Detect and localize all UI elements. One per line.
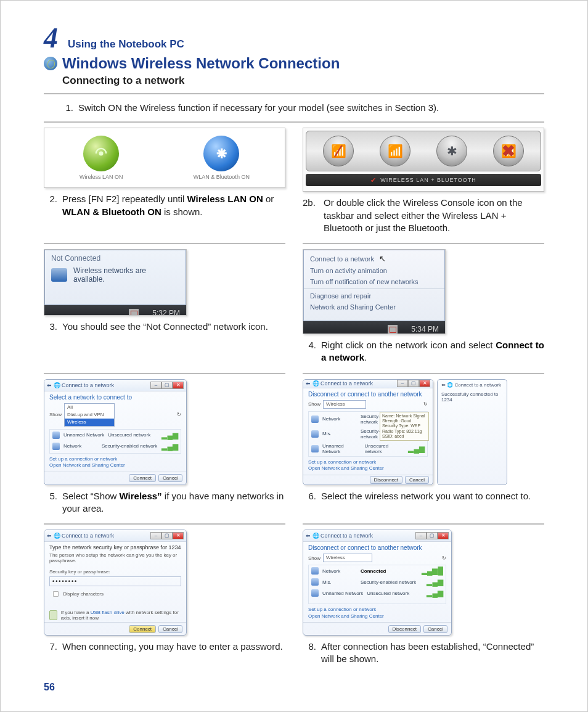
signal-icon: ▂▄▆ bbox=[408, 446, 425, 452]
wc-bluetooth-icon: ✱ bbox=[436, 136, 467, 166]
network-tooltip: Name: Network Signal Strength: Good Secu… bbox=[380, 412, 429, 441]
heading-row: Windows Wireless Network Connection bbox=[44, 55, 544, 72]
menu-animation[interactable]: Turn on activity animation bbox=[304, 265, 444, 276]
close-icon: ✕ bbox=[173, 382, 184, 389]
disconnect-button[interactable]: Disconnect bbox=[370, 476, 403, 484]
taskbar: 5:34 PM bbox=[303, 321, 445, 334]
network-item[interactable]: NetworkSecurity-enabled network▂▄▆ bbox=[50, 441, 181, 452]
refresh-icon[interactable]: ↻ bbox=[177, 412, 181, 417]
show-dropdown[interactable]: Wireless bbox=[323, 400, 366, 409]
cursor-icon: ↖ bbox=[379, 254, 386, 263]
step-1: 1. Switch ON the Wireless function if ne… bbox=[44, 93, 544, 123]
network-item[interactable]: Unnamed NetworkUnsecured network▂▄▆ bbox=[50, 430, 181, 441]
step-2b: 2b. Or double click the Wireless Console… bbox=[303, 197, 544, 234]
menu-notif[interactable]: Turn off notification of new networks bbox=[304, 276, 444, 287]
cell-step2: Wireless LAN ON ⁕ WLAN & Bluetooth ON 2.… bbox=[44, 123, 285, 244]
network-item[interactable]: Mis.Security-enabled network▂▄▆ bbox=[309, 576, 446, 587]
menu-sharing[interactable]: Network and Sharing Center bbox=[304, 301, 444, 313]
fig-wireless-console: 📶∕ 📶 ✱ 📶✖ ✔WIRELESS LAN + BLUETOOTH bbox=[303, 128, 544, 192]
signal-icon: ▂▄▆ bbox=[161, 443, 178, 449]
step-7: 7. When connecting, you may have to ente… bbox=[44, 640, 285, 653]
page: 4 Using the Notebook PC Windows Wireless… bbox=[0, 0, 588, 712]
taskbar: 5:32 PM bbox=[44, 305, 186, 316]
globe-icon bbox=[44, 57, 57, 70]
step-8: 8. After connection has been established… bbox=[303, 640, 544, 666]
network-balloon-icon bbox=[51, 268, 67, 282]
fig-not-connected: Not Connected Wireless networks are avai… bbox=[44, 249, 187, 316]
check-icon: ✔ bbox=[370, 176, 377, 184]
refresh-icon[interactable]: ↻ bbox=[442, 555, 446, 561]
svg-point-0 bbox=[99, 152, 104, 156]
close-icon: ✕ bbox=[438, 532, 449, 539]
cancel-button[interactable]: Cancel bbox=[423, 625, 447, 633]
usb-icon bbox=[49, 610, 57, 620]
connect-button[interactable]: Connect bbox=[129, 625, 156, 633]
signal-icon: ▂▄▆ bbox=[427, 579, 443, 585]
chapter-number: 4 bbox=[44, 24, 58, 52]
cancel-button[interactable]: Cancel bbox=[158, 625, 182, 633]
network-item[interactable]: Unnamed NetworkUnsecured network▂▄▆ bbox=[309, 441, 427, 456]
disconnect-button[interactable]: Disconnect bbox=[388, 625, 422, 633]
signal-icon: ▂▄▆ bbox=[161, 432, 178, 438]
password-input[interactable]: •••••••• bbox=[49, 576, 181, 586]
cell-step5: ⬅ 🌐 Connect to a network–▢✕ Select a net… bbox=[44, 374, 285, 525]
cell-step8: ⬅ 🌐 Connect to a network–▢✕ Disconnect o… bbox=[303, 525, 544, 674]
step-6: 6. Select the wireless network you want … bbox=[303, 490, 544, 502]
fig-success-balloon: ⬅ 🌐 Connect to a network Successfully co… bbox=[437, 379, 507, 485]
show-dropdown[interactable]: Wireless bbox=[323, 554, 372, 562]
fig-connected-dialog: ⬅ 🌐 Connect to a network–▢✕ Disconnect o… bbox=[303, 530, 452, 636]
page-number: 56 bbox=[44, 682, 55, 693]
cell-step3: Not Connected Wireless networks are avai… bbox=[44, 244, 285, 374]
refresh-icon[interactable]: ↻ bbox=[423, 401, 428, 407]
section-heading: Windows Wireless Network Connection bbox=[62, 55, 340, 72]
network-tray-icon bbox=[388, 325, 398, 333]
fig-fn-f2-icons: Wireless LAN ON ⁕ WLAN & Bluetooth ON bbox=[44, 128, 285, 188]
cell-step7: ⬅ 🌐 Connect to a network–▢✕ Type the net… bbox=[44, 525, 285, 674]
step-5: 5. Select “Show Wireless” if you have ma… bbox=[44, 490, 285, 515]
cancel-button[interactable]: Cancel bbox=[405, 476, 429, 484]
network-tray-icon bbox=[129, 309, 139, 316]
chapter-header: 4 Using the Notebook PC bbox=[44, 24, 544, 52]
signal-icon: ▂▄▆ bbox=[427, 590, 443, 596]
show-dropdown[interactable]: AllDial-up and VPNWireless bbox=[64, 403, 115, 427]
step-2: 2. Press [FN F2] repeatedly until Wirele… bbox=[44, 193, 285, 218]
wc-wifi-bt-off-icon: 📶∕ bbox=[323, 136, 354, 166]
network-list: Unnamed NetworkUnsecured network▂▄▆ Netw… bbox=[49, 429, 181, 454]
cell-step2b: 📶∕ 📶 ✱ 📶✖ ✔WIRELESS LAN + BLUETOOTH 2b. … bbox=[303, 123, 544, 244]
cancel-button[interactable]: Cancel bbox=[158, 474, 182, 482]
fig-select-network: ⬅ 🌐 Connect to a network–▢✕ Disconnect o… bbox=[303, 379, 433, 485]
close-icon: ✕ bbox=[419, 380, 430, 387]
wc-bt-off-icon: 📶✖ bbox=[493, 136, 524, 166]
fig-context-menu: Connect to a network↖ Turn on activity a… bbox=[303, 249, 446, 334]
chapter-title: Using the Notebook PC bbox=[68, 38, 184, 51]
fig-password-dialog: ⬅ 🌐 Connect to a network–▢✕ Type the net… bbox=[44, 530, 187, 636]
menu-diagnose[interactable]: Diagnose and repair bbox=[304, 290, 444, 301]
cell-step6: ⬅ 🌐 Connect to a network–▢✕ Disconnect o… bbox=[303, 374, 544, 525]
fig-connect-dialog-show: ⬅ 🌐 Connect to a network–▢✕ Select a net… bbox=[44, 379, 187, 485]
close-icon: ✕ bbox=[173, 532, 184, 539]
bluetooth-icon: ⁕ bbox=[203, 136, 239, 171]
wireless-lan-on-icon bbox=[83, 136, 119, 171]
signal-icon: ▂▄▆█ bbox=[422, 568, 443, 574]
step-3: 3. You should see the “Not Connected” ne… bbox=[44, 321, 285, 333]
wc-wifi-icon: 📶 bbox=[380, 136, 410, 166]
menu-connect[interactable]: Connect to a network↖ bbox=[304, 252, 444, 265]
sub-heading: Connecting to a network bbox=[62, 75, 544, 87]
step-4: 4. Right click on the network icon and s… bbox=[303, 339, 544, 364]
cell-step4: Connect to a network↖ Turn on activity a… bbox=[303, 244, 544, 374]
connect-button[interactable]: Connect bbox=[129, 474, 156, 482]
menu-separator bbox=[304, 288, 444, 289]
network-list: NetworkConnected▂▄▆█ Mis.Security-enable… bbox=[308, 565, 446, 604]
display-chars-checkbox[interactable] bbox=[53, 591, 59, 597]
network-item[interactable]: NetworkConnected▂▄▆█ bbox=[309, 565, 446, 576]
network-item[interactable]: Unnamed NetworkUnsecured network▂▄▆ bbox=[309, 587, 446, 599]
